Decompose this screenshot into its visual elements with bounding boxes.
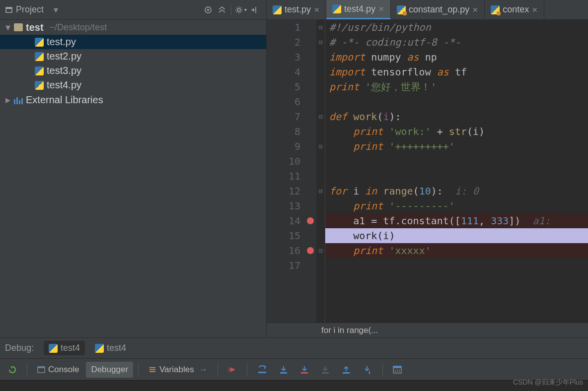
project-root[interactable]: ▾ test ~/Desktop/test [0, 20, 266, 35]
close-icon[interactable]: ✕ [378, 5, 384, 13]
variables-icon [148, 366, 156, 374]
show-execution-point-button[interactable] [223, 363, 242, 376]
svg-rect-6 [38, 367, 45, 368]
editor-tabs: test.py✕test4.py✕constant_op.py✕contex✕ [267, 0, 588, 19]
code-line[interactable]: print '您好，世界！' [325, 79, 588, 94]
python-file-icon [35, 81, 44, 90]
code-line[interactable]: #!/usr/bin/python [325, 20, 588, 35]
svg-rect-9 [301, 372, 308, 374]
step-over-button[interactable] [252, 362, 272, 377]
step-into-button[interactable] [274, 362, 293, 377]
external-libraries-label: External Libraries [26, 94, 103, 106]
tree-file-item[interactable]: test3.py [0, 64, 266, 78]
code-line[interactable]: print 'xxxxx' [325, 243, 588, 258]
python-file-icon [35, 38, 44, 47]
breakpoint-icon[interactable] [307, 217, 314, 224]
code-line[interactable] [325, 94, 588, 109]
project-tool-window-header[interactable]: Project ▾ ▾ [0, 0, 267, 19]
code-line[interactable]: print 'work:' + str(i) [325, 124, 588, 139]
fold-gutter[interactable]: ⊟⊟⊟⊡⊟⊡ [316, 20, 325, 323]
force-step-into-button[interactable] [316, 362, 335, 377]
tree-file-item[interactable]: test2.py [0, 49, 266, 64]
project-root-path: ~/Desktop/test [50, 22, 107, 33]
code-line[interactable]: print '+++++++++' [325, 139, 588, 154]
external-libraries[interactable]: ▸ External Libraries [0, 92, 266, 107]
watermark: CSDN @归来少年Plus [513, 378, 583, 387]
close-icon[interactable]: ✕ [472, 6, 478, 14]
tab-label: constant_op.py [409, 4, 469, 15]
dropdown-icon[interactable]: ▾ [54, 4, 58, 15]
hide-icon[interactable] [247, 3, 261, 17]
debugger-tab[interactable]: Debugger [86, 362, 133, 378]
debug-label: Debug: [5, 343, 34, 353]
code-content[interactable]: #!/usr/bin/python# -*- coding:utf-8 -*-i… [325, 20, 588, 323]
svg-rect-7 [258, 372, 266, 373]
python-file-icon [49, 344, 58, 353]
python-file-icon [35, 66, 44, 75]
python-file-icon [332, 4, 341, 13]
tree-file-item[interactable]: test4.py [0, 78, 266, 92]
debug-frames-area [0, 380, 588, 391]
project-tree: ▾ test ~/Desktop/test test.pytest2.pytes… [0, 20, 267, 337]
tab-label: contex [503, 4, 529, 15]
variables-tab[interactable]: Variables → [144, 362, 213, 378]
svg-point-3 [207, 9, 209, 11]
debug-toolbar: Console Debugger Variables → [0, 358, 588, 380]
code-line[interactable] [325, 169, 588, 184]
gear-icon[interactable]: ▾ [233, 3, 247, 17]
step-out-button[interactable] [337, 362, 356, 377]
console-icon [37, 366, 45, 374]
code-line[interactable]: a1 = tf.constant([111, 333]) a1: [325, 213, 588, 228]
breakpoint-icon[interactable] [307, 247, 314, 254]
editor-tab[interactable]: constant_op.py✕ [391, 0, 485, 19]
file-name: test3.py [47, 65, 81, 76]
libraries-icon [14, 95, 23, 104]
project-label: Project [16, 4, 44, 15]
editor-tab[interactable]: contex✕ [485, 0, 544, 19]
code-line[interactable]: work(i) [325, 228, 588, 243]
step-into-my-code-button[interactable] [295, 362, 314, 377]
python-file-icon [397, 5, 406, 14]
target-icon[interactable] [201, 3, 215, 17]
debug-config[interactable]: test4 [90, 341, 131, 355]
editor-breadcrumb[interactable]: for i in range(... [267, 323, 588, 337]
tree-file-item[interactable]: test.py [0, 35, 266, 49]
breadcrumb-text: for i in range(... [321, 326, 378, 335]
python-file-icon [95, 344, 104, 353]
code-line[interactable] [325, 258, 588, 273]
evaluate-expression-button[interactable] [388, 363, 407, 377]
console-tab[interactable]: Console [32, 362, 84, 378]
rerun-button[interactable] [3, 362, 22, 377]
debug-config[interactable]: test4 [44, 341, 85, 355]
editor-tab[interactable]: test.py✕ [267, 0, 326, 19]
code-editor[interactable]: 1234567891011121314151617 ⊟⊟⊟⊡⊟⊡ #!/usr/… [267, 20, 588, 337]
run-to-cursor-button[interactable] [358, 362, 377, 377]
svg-rect-11 [343, 372, 350, 374]
breakpoint-gutter[interactable] [305, 20, 316, 323]
code-line[interactable]: import numpy as np [325, 50, 588, 65]
project-icon [5, 6, 13, 14]
svg-rect-8 [280, 372, 287, 374]
python-file-icon [491, 5, 500, 14]
code-line[interactable]: print '---------' [325, 198, 588, 213]
project-root-name: test [26, 22, 44, 33]
svg-point-4 [237, 8, 240, 11]
python-file-icon [35, 52, 44, 61]
code-line[interactable] [325, 154, 588, 169]
collapse-icon[interactable] [215, 3, 229, 17]
line-number-gutter[interactable]: 1234567891011121314151617 [267, 20, 305, 323]
close-icon[interactable]: ✕ [532, 6, 538, 14]
file-name: test2.py [47, 51, 81, 62]
code-line[interactable]: for i in range(10): i: 0 [325, 184, 588, 198]
code-line[interactable]: import tensorflow as tf [325, 65, 588, 79]
debug-session-bar: Debug: test4test4 [0, 337, 588, 358]
file-name: test.py [47, 36, 76, 48]
python-file-icon [273, 5, 282, 14]
folder-icon [14, 23, 23, 31]
editor-tab[interactable]: test4.py✕ [326, 0, 391, 19]
file-name: test4.py [47, 79, 81, 91]
tab-label: test.py [285, 4, 311, 15]
code-line[interactable]: # -*- coding:utf-8 -*- [325, 35, 588, 50]
code-line[interactable]: def work(i): [325, 109, 588, 124]
close-icon[interactable]: ✕ [314, 6, 320, 14]
